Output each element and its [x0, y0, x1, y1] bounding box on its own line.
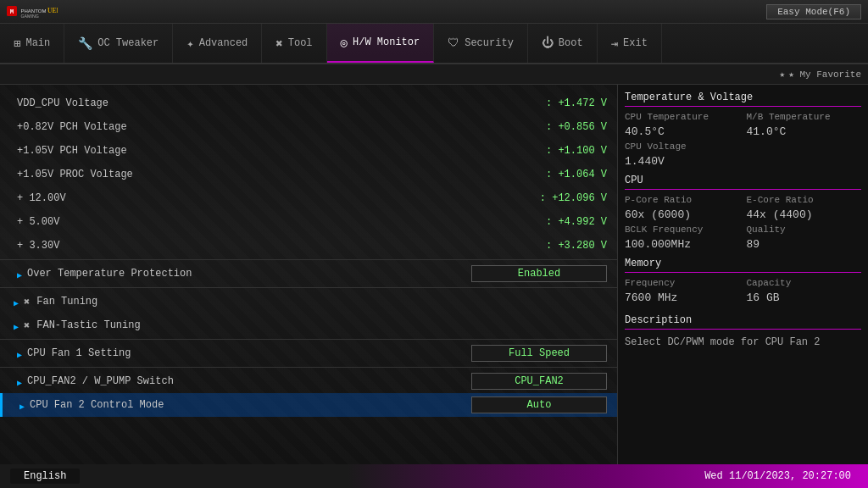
nav-label-security: Security [465, 37, 514, 49]
ecore-value: 44x (4400) [747, 208, 862, 221]
bclk-label: BCLK Frequency [625, 225, 740, 235]
cpu-fan2-switch-label: CPU_FAN2 / W_PUMP Switch [27, 375, 471, 387]
favorite-bar: ★ ★ My Favorite [0, 64, 868, 85]
oc-tweaker-icon: 🔧 [78, 36, 92, 51]
nav-item-security[interactable]: 🛡 Security [434, 24, 528, 63]
memory-section: Memory Frequency Capacity 7600 MHz 16 GB [625, 258, 861, 304]
setting-row-5v[interactable]: + 5.00V : +4.992 V [0, 210, 617, 234]
memory-section-title: Memory [625, 258, 861, 273]
separator-3 [0, 339, 617, 340]
capacity-value: 16 GB [747, 291, 862, 304]
setting-row-12v[interactable]: + 12.00V : +12.096 V [0, 186, 617, 210]
tool-icon: ✖ [275, 36, 282, 51]
bottom-bar: English Wed 11/01/2023, 20:27:00 [0, 464, 868, 488]
fan-tuning-icon: ✖ [24, 296, 30, 308]
memory-grid: Frequency Capacity 7600 MHz 16 GB [625, 278, 861, 304]
cpu-temp-value: 40.5°C [625, 125, 740, 138]
fan-tuning-label: Fan Tuning [36, 296, 97, 308]
pcore-value: 60x (6000) [625, 208, 740, 221]
fan-tuning-item[interactable]: ▶ ✖ Fan Tuning [0, 290, 617, 313]
nav-item-main[interactable]: ⊞ Main [0, 24, 64, 63]
nav-bar: ⊞ Main 🔧 OC Tweaker ✦ Advanced ✖ Tool ◎ … [0, 24, 868, 64]
favorite-label: ★ My Favorite [788, 69, 861, 80]
cpu-fan2-switch-value[interactable]: CPU_FAN2 [471, 373, 607, 390]
description-text: Select DC/PWM mode for CPU Fan 2 [625, 335, 861, 350]
easy-mode-button[interactable]: Easy Mode(F6) [766, 4, 861, 19]
pcf-082v-label: +0.82V PCH Voltage [17, 121, 505, 133]
nav-label-exit: Exit [623, 37, 648, 49]
separator-1 [0, 259, 617, 260]
nav-item-tool[interactable]: ✖ Tool [262, 24, 326, 63]
cpu-fan1-value[interactable]: Full Speed [471, 345, 607, 362]
setting-row-pcf-082v[interactable]: +0.82V PCH Voltage : +0.856 V [0, 115, 617, 139]
star-icon: ★ [780, 69, 786, 80]
vdd-cpu-label: VDD_CPU Voltage [17, 97, 505, 109]
nav-label-tool: Tool [288, 37, 313, 49]
nav-item-exit[interactable]: ⇥ Exit [598, 24, 662, 63]
nav-item-oc-tweaker[interactable]: 🔧 OC Tweaker [64, 24, 173, 63]
exit-icon: ⇥ [611, 36, 618, 51]
cpu-fan2-control-label: CPU Fan 2 Control Mode [30, 399, 471, 411]
cpu-temp-label: CPU Temperature [625, 112, 740, 122]
hw-monitor-icon: ◎ [341, 36, 348, 50]
language-selector[interactable]: English [10, 469, 80, 484]
proc-105v-value: : +1.064 V [505, 169, 607, 180]
cpu-voltage-value: 1.440V [625, 155, 740, 168]
datetime-display: Wed 11/01/2023, 20:27:00 [704, 470, 851, 482]
ecore-label: E-Core Ratio [747, 195, 862, 205]
over-temp-label: Over Temperature Protection [27, 268, 471, 280]
setting-row-cpu-fan2-control[interactable]: ▶ CPU Fan 2 Control Mode Auto [0, 393, 617, 417]
mb-temp-value: 41.0°C [747, 125, 862, 138]
cpu-section-title: CPU [625, 175, 861, 190]
nav-item-advanced[interactable]: ✦ Advanced [173, 24, 262, 63]
separator-4 [0, 367, 617, 368]
nav-label-main: Main [25, 37, 50, 49]
5v-value: : +4.992 V [505, 216, 607, 228]
nav-label-boot: Boot [559, 37, 583, 49]
boot-icon: ⏻ [542, 36, 554, 50]
main-icon: ⊞ [14, 36, 20, 51]
pcf-082v-value: : +0.856 V [505, 121, 607, 133]
cpu-fan1-indicator: ▶ [17, 350, 24, 357]
proc-105v-label: +1.05V PROC Voltage [17, 169, 505, 180]
setting-row-vdd-cpu[interactable]: VDD_CPU Voltage : +1.472 V [0, 92, 617, 115]
setting-row-33v[interactable]: + 3.30V : +3.280 V [0, 234, 617, 258]
freq-value: 7600 MHz [625, 291, 740, 304]
over-temp-value[interactable]: Enabled [471, 265, 607, 282]
svg-text:UEFI: UEFI [47, 7, 58, 14]
33v-value: : +3.280 V [505, 240, 607, 252]
fan-tastic-label: FAN-Tastic Tuning [36, 319, 140, 331]
advanced-icon: ✦ [186, 36, 193, 51]
quality-value: 89 [747, 238, 862, 251]
description-title: Description [625, 314, 861, 330]
vdd-cpu-value: : +1.472 V [505, 97, 607, 109]
indicator-icon: ▶ [17, 270, 24, 277]
pch-105v-value: : +1.100 V [505, 145, 607, 157]
setting-row-over-temp[interactable]: ▶ Over Temperature Protection Enabled [0, 262, 617, 286]
33v-label: + 3.30V [17, 240, 505, 252]
main-content: VDD_CPU Voltage : +1.472 V +0.82V PCH Vo… [0, 85, 868, 464]
msi-logo: M PHANTOM GAMING UEFI [7, 3, 58, 19]
cpu-fan2-switch-indicator: ▶ [17, 378, 24, 385]
top-bar: M PHANTOM GAMING UEFI Easy Mode(F6) [0, 0, 868, 24]
nav-label-advanced: Advanced [199, 37, 248, 49]
setting-row-cpu-fan1[interactable]: ▶ CPU Fan 1 Setting Full Speed [0, 341, 617, 365]
setting-row-pch-105v[interactable]: +1.05V PCH Voltage : +1.100 V [0, 139, 617, 163]
logo-area: M PHANTOM GAMING UEFI [7, 3, 58, 19]
setting-row-cpu-fan2-switch[interactable]: ▶ CPU_FAN2 / W_PUMP Switch CPU_FAN2 [0, 369, 617, 393]
pch-105v-label: +1.05V PCH Voltage [17, 145, 505, 157]
5v-label: + 5.00V [17, 216, 505, 228]
capacity-label: Capacity [747, 278, 862, 288]
temp-voltage-title: Temperature & Voltage [625, 92, 861, 107]
temp-voltage-section: Temperature & Voltage CPU Temperature M/… [625, 92, 861, 168]
12v-label: + 12.00V [17, 192, 505, 204]
setting-row-proc-105v[interactable]: +1.05V PROC Voltage : +1.064 V [0, 163, 617, 186]
12v-value: : +12.096 V [505, 192, 607, 204]
nav-item-hw-monitor[interactable]: ◎ H/W Monitor [327, 24, 435, 63]
nav-item-boot[interactable]: ⏻ Boot [528, 24, 598, 63]
fan-tastic-item[interactable]: ▶ ✖ FAN-Tastic Tuning [0, 313, 617, 337]
freq-label: Frequency [625, 278, 740, 288]
right-panel: Temperature & Voltage CPU Temperature M/… [618, 85, 868, 464]
my-favorite-button[interactable]: ★ ★ My Favorite [780, 69, 861, 80]
cpu-fan2-control-value[interactable]: Auto [471, 396, 607, 413]
